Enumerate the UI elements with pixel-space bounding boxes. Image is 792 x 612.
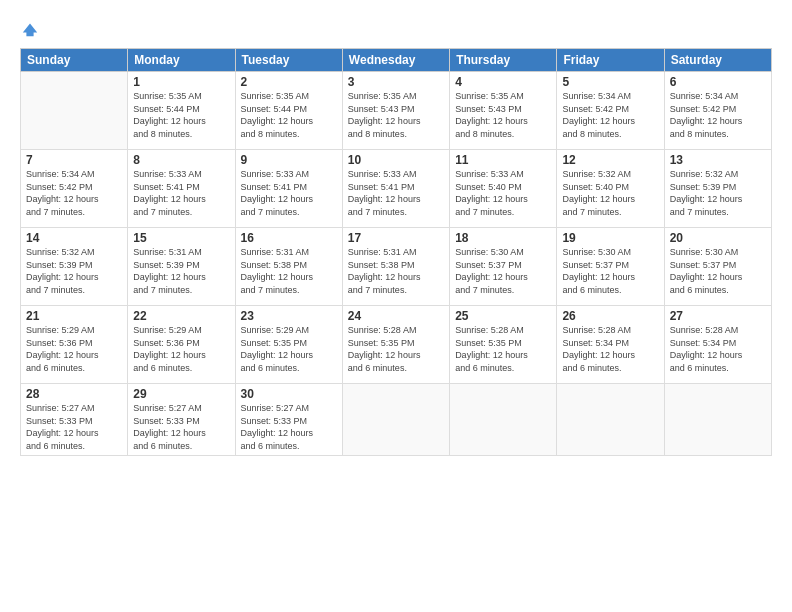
day-content: Sunrise: 5:33 AM Sunset: 5:41 PM Dayligh… bbox=[133, 168, 229, 218]
day-number: 17 bbox=[348, 231, 444, 245]
week-row-3: 14Sunrise: 5:32 AM Sunset: 5:39 PM Dayli… bbox=[21, 228, 772, 306]
day-content: Sunrise: 5:28 AM Sunset: 5:35 PM Dayligh… bbox=[348, 324, 444, 374]
day-content: Sunrise: 5:28 AM Sunset: 5:35 PM Dayligh… bbox=[455, 324, 551, 374]
day-number: 24 bbox=[348, 309, 444, 323]
day-content: Sunrise: 5:31 AM Sunset: 5:38 PM Dayligh… bbox=[241, 246, 337, 296]
calendar-cell: 30Sunrise: 5:27 AM Sunset: 5:33 PM Dayli… bbox=[235, 384, 342, 456]
day-number: 20 bbox=[670, 231, 766, 245]
calendar-cell: 18Sunrise: 5:30 AM Sunset: 5:37 PM Dayli… bbox=[450, 228, 557, 306]
day-content: Sunrise: 5:29 AM Sunset: 5:36 PM Dayligh… bbox=[26, 324, 122, 374]
week-row-2: 7Sunrise: 5:34 AM Sunset: 5:42 PM Daylig… bbox=[21, 150, 772, 228]
calendar-cell: 11Sunrise: 5:33 AM Sunset: 5:40 PM Dayli… bbox=[450, 150, 557, 228]
day-content: Sunrise: 5:35 AM Sunset: 5:44 PM Dayligh… bbox=[133, 90, 229, 140]
col-header-monday: Monday bbox=[128, 49, 235, 72]
calendar-cell: 19Sunrise: 5:30 AM Sunset: 5:37 PM Dayli… bbox=[557, 228, 664, 306]
day-number: 5 bbox=[562, 75, 658, 89]
day-content: Sunrise: 5:30 AM Sunset: 5:37 PM Dayligh… bbox=[562, 246, 658, 296]
calendar-cell: 13Sunrise: 5:32 AM Sunset: 5:39 PM Dayli… bbox=[664, 150, 771, 228]
day-content: Sunrise: 5:35 AM Sunset: 5:43 PM Dayligh… bbox=[348, 90, 444, 140]
day-number: 22 bbox=[133, 309, 229, 323]
calendar-cell: 10Sunrise: 5:33 AM Sunset: 5:41 PM Dayli… bbox=[342, 150, 449, 228]
day-content: Sunrise: 5:35 AM Sunset: 5:44 PM Dayligh… bbox=[241, 90, 337, 140]
day-content: Sunrise: 5:32 AM Sunset: 5:40 PM Dayligh… bbox=[562, 168, 658, 218]
day-number: 4 bbox=[455, 75, 551, 89]
day-content: Sunrise: 5:27 AM Sunset: 5:33 PM Dayligh… bbox=[133, 402, 229, 452]
day-content: Sunrise: 5:33 AM Sunset: 5:41 PM Dayligh… bbox=[348, 168, 444, 218]
svg-marker-0 bbox=[23, 24, 37, 37]
logo bbox=[20, 22, 39, 38]
col-header-sunday: Sunday bbox=[21, 49, 128, 72]
day-content: Sunrise: 5:32 AM Sunset: 5:39 PM Dayligh… bbox=[670, 168, 766, 218]
day-content: Sunrise: 5:30 AM Sunset: 5:37 PM Dayligh… bbox=[455, 246, 551, 296]
calendar-cell: 21Sunrise: 5:29 AM Sunset: 5:36 PM Dayli… bbox=[21, 306, 128, 384]
day-content: Sunrise: 5:28 AM Sunset: 5:34 PM Dayligh… bbox=[670, 324, 766, 374]
header bbox=[20, 18, 772, 38]
day-number: 2 bbox=[241, 75, 337, 89]
week-row-1: 1Sunrise: 5:35 AM Sunset: 5:44 PM Daylig… bbox=[21, 72, 772, 150]
day-number: 26 bbox=[562, 309, 658, 323]
col-header-wednesday: Wednesday bbox=[342, 49, 449, 72]
day-content: Sunrise: 5:35 AM Sunset: 5:43 PM Dayligh… bbox=[455, 90, 551, 140]
day-number: 3 bbox=[348, 75, 444, 89]
day-number: 19 bbox=[562, 231, 658, 245]
calendar-cell: 8Sunrise: 5:33 AM Sunset: 5:41 PM Daylig… bbox=[128, 150, 235, 228]
col-header-friday: Friday bbox=[557, 49, 664, 72]
calendar-cell: 15Sunrise: 5:31 AM Sunset: 5:39 PM Dayli… bbox=[128, 228, 235, 306]
page: SundayMondayTuesdayWednesdayThursdayFrid… bbox=[0, 0, 792, 612]
day-number: 11 bbox=[455, 153, 551, 167]
day-number: 21 bbox=[26, 309, 122, 323]
calendar-cell: 29Sunrise: 5:27 AM Sunset: 5:33 PM Dayli… bbox=[128, 384, 235, 456]
calendar-cell: 25Sunrise: 5:28 AM Sunset: 5:35 PM Dayli… bbox=[450, 306, 557, 384]
day-number: 9 bbox=[241, 153, 337, 167]
day-number: 12 bbox=[562, 153, 658, 167]
calendar-cell: 2Sunrise: 5:35 AM Sunset: 5:44 PM Daylig… bbox=[235, 72, 342, 150]
calendar-cell bbox=[450, 384, 557, 456]
week-row-5: 28Sunrise: 5:27 AM Sunset: 5:33 PM Dayli… bbox=[21, 384, 772, 456]
col-header-thursday: Thursday bbox=[450, 49, 557, 72]
day-number: 6 bbox=[670, 75, 766, 89]
calendar-cell: 7Sunrise: 5:34 AM Sunset: 5:42 PM Daylig… bbox=[21, 150, 128, 228]
calendar-cell: 20Sunrise: 5:30 AM Sunset: 5:37 PM Dayli… bbox=[664, 228, 771, 306]
day-number: 10 bbox=[348, 153, 444, 167]
calendar-cell: 24Sunrise: 5:28 AM Sunset: 5:35 PM Dayli… bbox=[342, 306, 449, 384]
calendar-cell: 17Sunrise: 5:31 AM Sunset: 5:38 PM Dayli… bbox=[342, 228, 449, 306]
calendar-cell: 14Sunrise: 5:32 AM Sunset: 5:39 PM Dayli… bbox=[21, 228, 128, 306]
calendar-cell: 4Sunrise: 5:35 AM Sunset: 5:43 PM Daylig… bbox=[450, 72, 557, 150]
day-number: 30 bbox=[241, 387, 337, 401]
day-number: 25 bbox=[455, 309, 551, 323]
day-content: Sunrise: 5:34 AM Sunset: 5:42 PM Dayligh… bbox=[562, 90, 658, 140]
calendar-cell: 28Sunrise: 5:27 AM Sunset: 5:33 PM Dayli… bbox=[21, 384, 128, 456]
calendar-cell bbox=[557, 384, 664, 456]
calendar-cell: 26Sunrise: 5:28 AM Sunset: 5:34 PM Dayli… bbox=[557, 306, 664, 384]
day-content: Sunrise: 5:29 AM Sunset: 5:36 PM Dayligh… bbox=[133, 324, 229, 374]
day-number: 16 bbox=[241, 231, 337, 245]
day-number: 27 bbox=[670, 309, 766, 323]
calendar-cell: 12Sunrise: 5:32 AM Sunset: 5:40 PM Dayli… bbox=[557, 150, 664, 228]
calendar-cell: 3Sunrise: 5:35 AM Sunset: 5:43 PM Daylig… bbox=[342, 72, 449, 150]
calendar-cell: 23Sunrise: 5:29 AM Sunset: 5:35 PM Dayli… bbox=[235, 306, 342, 384]
day-content: Sunrise: 5:33 AM Sunset: 5:40 PM Dayligh… bbox=[455, 168, 551, 218]
calendar-cell: 27Sunrise: 5:28 AM Sunset: 5:34 PM Dayli… bbox=[664, 306, 771, 384]
day-content: Sunrise: 5:34 AM Sunset: 5:42 PM Dayligh… bbox=[26, 168, 122, 218]
logo-icon bbox=[21, 20, 39, 38]
calendar-table: SundayMondayTuesdayWednesdayThursdayFrid… bbox=[20, 48, 772, 456]
calendar-cell bbox=[21, 72, 128, 150]
day-content: Sunrise: 5:31 AM Sunset: 5:39 PM Dayligh… bbox=[133, 246, 229, 296]
day-number: 1 bbox=[133, 75, 229, 89]
day-content: Sunrise: 5:29 AM Sunset: 5:35 PM Dayligh… bbox=[241, 324, 337, 374]
calendar-cell bbox=[342, 384, 449, 456]
calendar-cell bbox=[664, 384, 771, 456]
col-header-tuesday: Tuesday bbox=[235, 49, 342, 72]
calendar-cell: 1Sunrise: 5:35 AM Sunset: 5:44 PM Daylig… bbox=[128, 72, 235, 150]
day-number: 23 bbox=[241, 309, 337, 323]
day-number: 29 bbox=[133, 387, 229, 401]
day-number: 15 bbox=[133, 231, 229, 245]
col-header-saturday: Saturday bbox=[664, 49, 771, 72]
header-row: SundayMondayTuesdayWednesdayThursdayFrid… bbox=[21, 49, 772, 72]
calendar-cell: 9Sunrise: 5:33 AM Sunset: 5:41 PM Daylig… bbox=[235, 150, 342, 228]
day-number: 7 bbox=[26, 153, 122, 167]
day-content: Sunrise: 5:30 AM Sunset: 5:37 PM Dayligh… bbox=[670, 246, 766, 296]
calendar-cell: 22Sunrise: 5:29 AM Sunset: 5:36 PM Dayli… bbox=[128, 306, 235, 384]
day-content: Sunrise: 5:34 AM Sunset: 5:42 PM Dayligh… bbox=[670, 90, 766, 140]
day-content: Sunrise: 5:32 AM Sunset: 5:39 PM Dayligh… bbox=[26, 246, 122, 296]
